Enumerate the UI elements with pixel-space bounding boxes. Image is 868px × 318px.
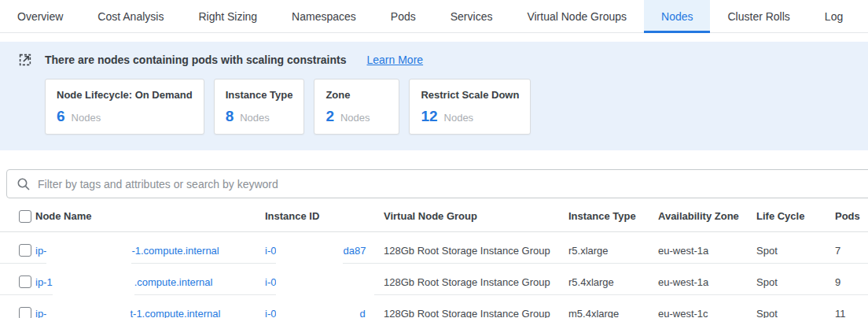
availability-zone-cell: eu-west-1a <box>658 245 756 257</box>
table-row[interactable]: ip--1.compute.internal i-0da87 128Gb Roo… <box>0 232 868 264</box>
card-title: Instance Type <box>226 89 293 101</box>
row-checkbox[interactable] <box>19 307 31 318</box>
nodes-table: Node Name Instance ID Virtual Node Group… <box>0 201 868 318</box>
node-name-link[interactable]: ip-t-1.compute.internal <box>35 295 220 318</box>
scale-up-icon <box>19 53 32 66</box>
instance-type-cell: r5.xlarge <box>568 245 658 257</box>
card-value: 2 <box>326 108 334 125</box>
col-instance-id: Instance ID <box>265 210 384 222</box>
col-pods: Pods <box>835 210 868 222</box>
tab-namespaces[interactable]: Namespaces <box>274 0 373 32</box>
redacted-text <box>46 295 130 318</box>
card-instance-type: Instance Type 8 Nodes <box>214 79 305 135</box>
search-input[interactable] <box>38 178 866 190</box>
tab-pods[interactable]: Pods <box>373 0 433 32</box>
col-node-name: Node Name <box>35 210 265 222</box>
col-life-cycle: Life Cycle <box>756 210 835 222</box>
virtual-node-group-cell: 128Gb Root Storage Instance Group <box>384 276 568 288</box>
instance-id-link[interactable]: i-0d <box>265 295 366 318</box>
pods-cell: 9 <box>835 276 868 288</box>
availability-zone-cell: eu-west-1a <box>658 276 756 288</box>
card-unit: Nodes <box>444 112 474 124</box>
redacted-text <box>276 295 359 318</box>
card-value: 8 <box>226 108 234 125</box>
search-icon <box>17 177 31 191</box>
life-cycle-cell: Spot <box>756 308 835 318</box>
card-restrict-scale-down: Restrict Scale Down 12 Nodes <box>409 79 531 135</box>
instance-type-cell: m5.4xlarge <box>568 308 658 318</box>
select-all-checkbox[interactable] <box>19 210 31 223</box>
card-value: 6 <box>57 108 65 125</box>
table-header-row: Node Name Instance ID Virtual Node Group… <box>0 201 868 232</box>
pods-cell: 7 <box>835 245 868 257</box>
card-title: Restrict Scale Down <box>421 89 519 101</box>
banner-message: There are nodes containing pods with sca… <box>45 54 347 66</box>
col-virtual-node-group: Virtual Node Group <box>384 210 568 222</box>
cluster-tab-bar: Overview Cost Analysis Right Sizing Name… <box>0 0 868 33</box>
tab-services[interactable]: Services <box>433 0 510 32</box>
virtual-node-group-cell: 128Gb Root Storage Instance Group <box>384 308 568 318</box>
life-cycle-cell: Spot <box>756 276 835 288</box>
tab-nodes[interactable]: Nodes <box>644 0 710 32</box>
table-row[interactable]: ip-1.compute.internal i-0 128Gb Root Sto… <box>0 264 868 295</box>
tab-cluster-rolls[interactable]: Cluster Rolls <box>710 0 807 32</box>
card-zone: Zone 2 Nodes <box>314 79 399 135</box>
filter-search-bar[interactable] <box>6 169 868 198</box>
tab-right-sizing[interactable]: Right Sizing <box>181 0 274 32</box>
card-unit: Nodes <box>240 112 270 124</box>
col-availability-zone: Availability Zone <box>658 210 756 222</box>
learn-more-link[interactable]: Learn More <box>367 54 424 66</box>
card-node-lifecycle: Node Lifecycle: On Demand 6 Nodes <box>45 79 204 135</box>
instance-type-cell: r5.4xlarge <box>568 276 658 288</box>
row-checkbox[interactable] <box>19 275 31 288</box>
pods-cell: 11 <box>835 308 868 318</box>
col-instance-type: Instance Type <box>568 210 658 222</box>
card-value: 12 <box>421 108 437 125</box>
tab-log[interactable]: Log <box>807 0 860 32</box>
card-unit: Nodes <box>340 112 370 124</box>
tab-overview[interactable]: Overview <box>0 0 80 32</box>
scaling-constraints-banner: There are nodes containing pods with sca… <box>0 42 868 150</box>
row-checkbox[interactable] <box>19 244 31 257</box>
virtual-node-group-cell: 128Gb Root Storage Instance Group <box>384 245 568 257</box>
tab-cost-analysis[interactable]: Cost Analysis <box>80 0 181 32</box>
tab-virtual-node-groups[interactable]: Virtual Node Groups <box>509 0 644 32</box>
life-cycle-cell: Spot <box>756 245 835 257</box>
card-title: Node Lifecycle: On Demand <box>57 89 193 101</box>
card-unit: Nodes <box>72 112 101 124</box>
card-title: Zone <box>326 89 388 101</box>
availability-zone-cell: eu-west-1c <box>658 308 756 318</box>
constraint-summary-cards: Node Lifecycle: On Demand 6 Nodes Instan… <box>45 79 849 135</box>
